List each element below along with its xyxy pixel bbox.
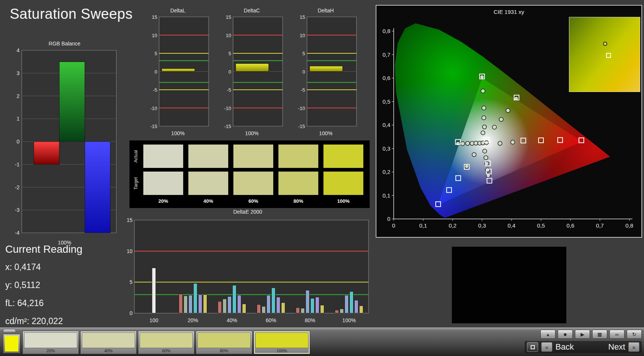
cie-panel: CIE 1931 xy 00,10,20,30,40,50,60,70,800,… xyxy=(376,5,642,238)
taskbar-swatch-60%[interactable]: 60% xyxy=(138,331,194,354)
rgb-balance-chart: 43210-1-2-3-4 xyxy=(11,48,119,238)
next-button[interactable]: Next xyxy=(608,342,625,352)
swatch-column-label: 40% xyxy=(188,198,229,206)
deltal-panel: DeltaL 151050-5-10-15 100% xyxy=(146,8,210,136)
svg-text:5: 5 xyxy=(302,51,305,56)
current-reading-heading: Current Reading xyxy=(5,243,82,255)
svg-text:40%: 40% xyxy=(227,317,237,323)
target-swatch-100% xyxy=(323,171,364,195)
svg-text:0,8: 0,8 xyxy=(382,28,390,34)
svg-text:0,6: 0,6 xyxy=(382,75,390,81)
refresh-button[interactable]: ↻ xyxy=(627,330,642,339)
reading-fl: fL: 64,216 xyxy=(5,298,82,308)
deltac-chart: 151050-5-10-15 xyxy=(220,15,284,128)
current-patch-color xyxy=(5,336,18,351)
deltac-xlabel: 100% xyxy=(220,130,284,136)
current-reading-panel: Current Reading x: 0,4174 y: 0,5112 fL: … xyxy=(5,243,82,334)
deltae-panel: DeltaE 2000 05101510020%40%60%80%100% xyxy=(124,209,372,333)
cie-inset-zoom xyxy=(569,17,640,92)
svg-text:0,7: 0,7 xyxy=(382,51,390,58)
svg-text:0,4: 0,4 xyxy=(508,222,516,229)
svg-text:0,7: 0,7 xyxy=(596,222,604,229)
svg-text:0,3: 0,3 xyxy=(382,145,390,152)
loop-button[interactable]: ∞ xyxy=(609,330,624,339)
svg-text:1: 1 xyxy=(17,116,20,122)
back-chevron-icon[interactable]: « xyxy=(541,342,552,352)
svg-text:10: 10 xyxy=(300,33,305,38)
target-swatch-60% xyxy=(233,171,274,195)
svg-text:5: 5 xyxy=(229,51,231,56)
reading-x: x: 0,4174 xyxy=(5,262,82,272)
taskbar-swatch-80%[interactable]: 80% xyxy=(196,331,252,354)
swatch-color xyxy=(197,332,251,348)
tray-collapse-tab[interactable] xyxy=(3,329,16,333)
square-icon xyxy=(531,345,535,349)
svg-text:0: 0 xyxy=(155,69,157,75)
deltah-panel: DeltaH 151050-5-10-15 100% xyxy=(293,8,358,136)
swatch-label: 80% xyxy=(196,348,252,354)
svg-text:0: 0 xyxy=(302,69,305,75)
svg-text:-10: -10 xyxy=(298,106,305,111)
svg-text:-15: -15 xyxy=(150,124,157,128)
inset-target-square xyxy=(606,53,611,58)
actual-swatch-100% xyxy=(323,144,364,168)
svg-text:0,2: 0,2 xyxy=(449,222,457,229)
svg-text:10: 10 xyxy=(226,33,231,38)
swatch-label: 100% xyxy=(254,348,310,354)
save-button[interactable]: ▦ xyxy=(592,330,607,339)
svg-text:4: 4 xyxy=(17,48,20,53)
next-chevron-icon[interactable]: » xyxy=(628,342,639,352)
svg-text:-5: -5 xyxy=(301,87,305,93)
target-row-label: Target xyxy=(133,171,141,195)
inset-measured-circle xyxy=(603,42,607,46)
deltac-panel: DeltaC 151050-5-10-15 100% xyxy=(220,8,284,136)
target-swatch-40% xyxy=(188,171,229,195)
svg-text:-1: -1 xyxy=(15,161,20,167)
svg-text:0,3: 0,3 xyxy=(478,222,486,229)
target-swatch-row xyxy=(143,171,364,195)
taskbar-swatch-100%[interactable]: 100% xyxy=(254,331,310,354)
swatch-column-label: 100% xyxy=(323,198,364,206)
target-swatch-20% xyxy=(143,171,184,195)
swatch-label: 20% xyxy=(23,348,78,354)
media-control-row: ▴■▶▦∞↻ xyxy=(525,330,642,339)
svg-text:0,5: 0,5 xyxy=(537,222,545,229)
svg-text:0,2: 0,2 xyxy=(382,169,390,175)
svg-text:100%: 100% xyxy=(342,317,356,323)
actual-row-label: Actual xyxy=(133,144,141,168)
back-button[interactable]: Back xyxy=(555,342,574,352)
stop-button[interactable]: ■ xyxy=(558,330,573,339)
svg-text:10: 10 xyxy=(126,248,132,254)
swatch-column-label: 60% xyxy=(233,198,274,206)
taskbar-swatch-40%[interactable]: 40% xyxy=(80,331,137,354)
svg-text:3: 3 xyxy=(17,70,20,76)
svg-text:0: 0 xyxy=(129,310,132,316)
svg-text:-10: -10 xyxy=(224,106,231,111)
bottom-taskbar: 20%40%60%80%100% ▴■▶▦∞↻ « Back Next » xyxy=(0,327,644,356)
pattern-window-button[interactable] xyxy=(527,342,538,352)
swatch-column-label: 80% xyxy=(278,198,319,206)
deltah-chart: 151050-5-10-15 xyxy=(293,15,358,128)
reading-y: y: 0,5112 xyxy=(5,280,82,290)
taskbar-swatch-20%[interactable]: 20% xyxy=(23,331,79,354)
svg-text:0: 0 xyxy=(387,216,390,222)
swatch-color xyxy=(82,332,135,348)
svg-text:0,1: 0,1 xyxy=(419,222,427,229)
svg-text:15: 15 xyxy=(226,15,231,20)
svg-text:15: 15 xyxy=(152,15,157,20)
swatch-color xyxy=(24,332,77,348)
svg-text:0: 0 xyxy=(229,69,231,75)
deltah-xlabel: 100% xyxy=(293,130,358,136)
svg-text:-5: -5 xyxy=(153,87,157,93)
actual-swatch-60% xyxy=(233,144,274,168)
deltae-chart: 05101510020%40%60%80%100% xyxy=(124,216,372,331)
collapse-button[interactable]: ▴ xyxy=(540,330,555,339)
svg-text:100: 100 xyxy=(149,317,158,323)
play-button[interactable]: ▶ xyxy=(575,330,590,339)
svg-text:0: 0 xyxy=(392,222,395,229)
actual-swatch-80% xyxy=(278,144,319,168)
svg-text:15: 15 xyxy=(300,15,305,20)
swatch-table-corner xyxy=(133,198,141,206)
swatch-label: 40% xyxy=(81,348,136,354)
saturation-swatch-table: Actual Target 20%40%60%80%100% xyxy=(129,140,370,208)
